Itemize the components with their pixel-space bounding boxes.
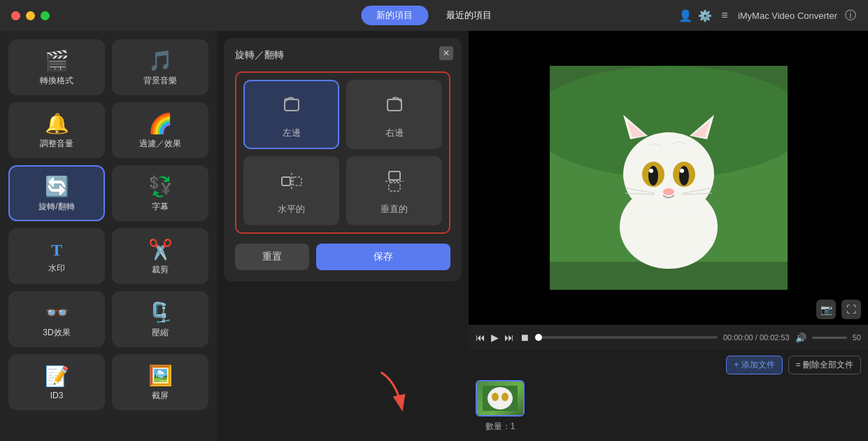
screenshot-icon: 🖼️ xyxy=(148,366,173,386)
skip-back-icon[interactable]: ⏮ xyxy=(476,332,485,343)
right-panel: 📷 ⛶ ⏮ ▶ ⏭ ⏹ 00:00:00 / 00:02:53 🔊 50 + xyxy=(469,31,868,441)
format-icon: 🎬 xyxy=(45,51,69,71)
file-thumb-inner xyxy=(477,382,523,415)
app-name: iMyMac Video Converter xyxy=(738,10,837,21)
video-overlay-icons: 📷 ⛶ xyxy=(816,300,861,319)
flip-vertical-option[interactable]: 垂直的 xyxy=(346,156,442,225)
sidebar-item-watermark[interactable]: T 水印 xyxy=(8,228,105,284)
id3-icon: 📝 xyxy=(45,367,69,386)
svg-point-26 xyxy=(663,188,674,195)
tab-bar: 新的項目 最近的項目 xyxy=(361,6,507,25)
arrow-indicator xyxy=(365,368,418,420)
menu-icon[interactable]: ≡ xyxy=(718,9,731,22)
sidebar-label-volume: 調整音量 xyxy=(40,138,73,150)
title-right-controls: 👤 ⚙️ ≡ iMyMac Video Converter ⓘ xyxy=(679,9,857,22)
title-bar: 新的項目 最近的項目 👤 ⚙️ ≡ iMyMac Video Converter… xyxy=(0,0,868,31)
sidebar-item-music[interactable]: 🎵 背景音樂 xyxy=(112,39,208,95)
sidebar-item-screenshot[interactable]: 🖼️ 截屏 xyxy=(112,354,208,410)
fullscreen-button[interactable] xyxy=(41,11,50,20)
gear-icon[interactable]: ⚙️ xyxy=(699,9,711,22)
svg-rect-2 xyxy=(387,99,401,111)
time-display: 00:00:00 / 00:02:53 xyxy=(723,333,790,342)
skip-forward-icon[interactable]: ⏭ xyxy=(504,332,514,343)
sidebar-label-compress: 壓縮 xyxy=(152,327,169,339)
sidebar-item-compress[interactable]: 🗜️ 壓縮 xyxy=(112,291,208,347)
rotate-right-icon xyxy=(382,92,407,122)
file-thumbnail-row: 數量：1 xyxy=(476,380,861,433)
sidebar-item-filter[interactable]: 🌈 過濾／效果 xyxy=(112,102,208,158)
sidebar-label-id3: ID3 xyxy=(50,391,64,400)
sidebar-label-music: 背景音樂 xyxy=(143,75,177,87)
expand-overlay-icon[interactable]: ⛶ xyxy=(841,300,861,319)
video-area: 📷 ⛶ xyxy=(469,31,868,325)
subtitle-icon: 💱 xyxy=(148,177,173,197)
sidebar-label-subtitle: 字幕 xyxy=(152,201,169,213)
screenshot-overlay-icon[interactable]: 📷 xyxy=(816,300,836,319)
traffic-lights xyxy=(11,11,50,20)
volume-bar[interactable] xyxy=(812,337,847,339)
rotate-right-option[interactable]: 右邊 xyxy=(346,80,442,149)
stop-icon[interactable]: ⏹ xyxy=(520,332,529,343)
controls-bar: ⏮ ▶ ⏭ ⏹ 00:00:00 / 00:02:53 🔊 50 xyxy=(469,325,868,350)
rotate-left-label: 左邊 xyxy=(283,127,301,139)
compress-icon: 🗜️ xyxy=(148,303,173,323)
sidebar-label-format: 轉換格式 xyxy=(40,75,73,87)
svg-point-25 xyxy=(680,169,684,173)
tab-new-project[interactable]: 新的項目 xyxy=(361,6,428,25)
reset-button[interactable]: 重置 xyxy=(235,244,309,270)
video-black-left xyxy=(469,31,525,325)
svg-rect-4 xyxy=(282,177,290,186)
video-black-right xyxy=(812,31,868,325)
center-panel: 旋轉／翻轉 ✕ 左邊 xyxy=(217,31,469,441)
rotate-left-icon xyxy=(279,92,304,122)
watermark-icon: T xyxy=(51,241,62,258)
volume-icon-sidebar: 🔔 xyxy=(45,114,69,134)
rotate-left-option[interactable]: 左邊 xyxy=(243,80,339,149)
flip-vertical-icon xyxy=(382,169,407,199)
rotate-options-grid: 左邊 右邊 xyxy=(235,71,450,234)
svg-point-22 xyxy=(648,166,658,186)
sidebar-item-format[interactable]: 🎬 轉換格式 xyxy=(8,39,105,95)
add-file-button[interactable]: + 添加文件 xyxy=(726,356,782,374)
file-thumbnail[interactable] xyxy=(476,380,525,416)
rotate-icon: 🔄 xyxy=(45,177,69,197)
minimize-button[interactable] xyxy=(26,11,35,20)
flip-horizontal-option[interactable]: 水平的 xyxy=(243,156,339,225)
svg-point-34 xyxy=(501,393,508,401)
file-list-header: + 添加文件 = 刪除全部文件 xyxy=(476,356,861,374)
sidebar-item-3d[interactable]: 👓 3D效果 xyxy=(8,291,105,347)
info-icon[interactable]: ⓘ xyxy=(844,9,857,22)
rotate-right-label: 右邊 xyxy=(385,127,404,139)
flip-horizontal-label: 水平的 xyxy=(278,203,305,216)
user-icon[interactable]: 👤 xyxy=(679,9,692,22)
svg-point-24 xyxy=(649,169,653,173)
svg-point-32 xyxy=(488,387,513,410)
sidebar-item-volume[interactable]: 🔔 調整音量 xyxy=(8,102,105,158)
sidebar-item-rotate[interactable]: 🔄 旋轉/翻轉 xyxy=(8,165,105,221)
close-button[interactable] xyxy=(11,11,20,20)
sidebar-label-rotate: 旋轉/翻轉 xyxy=(38,201,74,213)
sidebar-item-subtitle[interactable]: 💱 字幕 xyxy=(112,165,208,221)
delete-all-button[interactable]: = 刪除全部文件 xyxy=(788,356,861,374)
crop-icon: ✂️ xyxy=(148,240,173,260)
flip-horizontal-icon xyxy=(279,169,304,199)
svg-rect-7 xyxy=(389,172,400,180)
progress-bar[interactable] xyxy=(535,336,718,339)
sidebar-item-crop[interactable]: ✂️ 裁剪 xyxy=(112,228,208,284)
video-frame xyxy=(550,66,788,290)
filter-icon: 🌈 xyxy=(148,114,173,134)
dialog-close-button[interactable]: ✕ xyxy=(439,46,453,60)
svg-point-23 xyxy=(679,166,689,186)
svg-rect-5 xyxy=(293,177,301,186)
sidebar-label-watermark: 水印 xyxy=(48,262,65,274)
volume-speaker-icon[interactable]: 🔊 xyxy=(795,332,806,343)
flip-vertical-label: 垂直的 xyxy=(380,203,408,216)
save-button[interactable]: 保存 xyxy=(316,244,450,270)
svg-rect-8 xyxy=(389,183,400,191)
sidebar-item-id3[interactable]: 📝 ID3 xyxy=(8,354,105,410)
svg-rect-0 xyxy=(285,99,299,111)
tab-recent-project[interactable]: 最近的項目 xyxy=(431,6,507,25)
main-layout: 🎬 轉換格式 🎵 背景音樂 🔔 調整音量 🌈 過濾／效果 🔄 旋轉/翻轉 💱 字… xyxy=(0,31,868,441)
play-icon[interactable]: ▶ xyxy=(491,332,499,343)
svg-point-15 xyxy=(623,132,714,216)
